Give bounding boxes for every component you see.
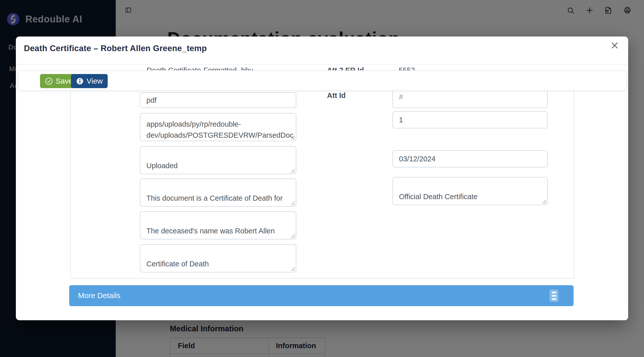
summary-textarea[interactable]: This document is a Certificate of Death … xyxy=(140,178,296,207)
author-textarea[interactable]: Uploaded xyxy=(140,146,296,174)
modal-title: Death Certificate – Robert Allen Greene_… xyxy=(24,44,207,53)
att-id-label: Att Id xyxy=(327,90,381,101)
check-circle-icon xyxy=(45,77,53,85)
hamburger-icon[interactable] xyxy=(549,290,558,302)
info-icon xyxy=(76,77,84,85)
source-version-input[interactable]: 1 xyxy=(392,111,548,128)
file-type-input[interactable]: pdf xyxy=(140,92,296,108)
directory-textarea[interactable]: apps/uploads/py/rp/redouble- dev/uploads… xyxy=(140,113,296,141)
clipped-scrolled-row: Death Certificate-Formatted-.hbu Att 2 E… xyxy=(16,65,628,70)
more-details-label: More Details xyxy=(78,291,120,300)
facts-textarea[interactable]: The deceased's name was Robert Allen Gre… xyxy=(140,211,296,239)
document-category-textarea[interactable]: Official Death Certificate xyxy=(392,177,548,205)
close-icon[interactable]: × xyxy=(610,40,619,51)
clipped-file-name-text: Death Certificate-Formatted-.hbu xyxy=(147,66,253,70)
sticky-toolbar: Save View xyxy=(18,70,627,91)
more-details-accordion[interactable]: More Details xyxy=(69,285,574,306)
view-button[interactable]: View xyxy=(71,74,108,88)
clipped-att2-value: 5552 xyxy=(399,66,415,70)
document-details-modal: Death Certificate – Robert Allen Greene_… xyxy=(16,37,628,320)
document-date-input[interactable]: 03/12/2024 xyxy=(392,150,548,167)
clipped-att2-label: Att 2 ER Id xyxy=(327,66,364,70)
full-text-textarea[interactable]: Certificate of Death Deceased Informatio… xyxy=(140,244,296,272)
